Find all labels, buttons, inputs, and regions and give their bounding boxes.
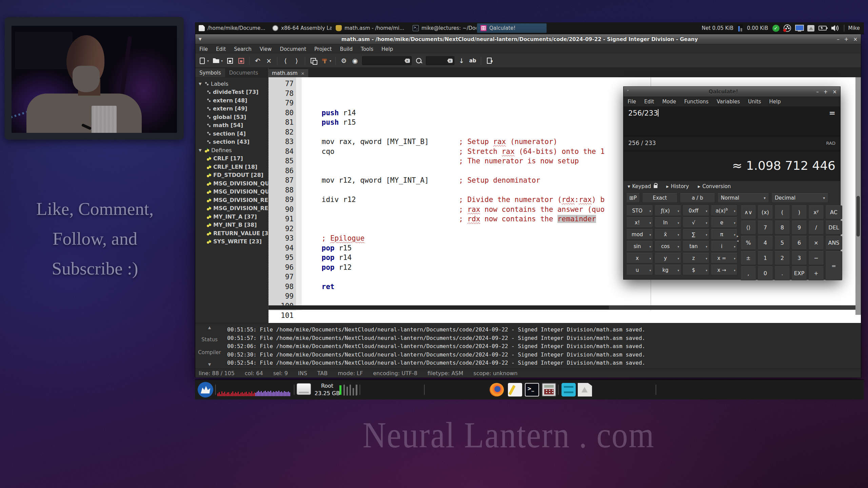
- key-3[interactable]: 3: [791, 251, 807, 265]
- menu-tools[interactable]: Tools: [357, 44, 377, 54]
- dropdown-caret-icon[interactable]: ▾: [207, 59, 209, 63]
- window-menu-icon[interactable]: ˅: [627, 89, 634, 94]
- dropdown-caret-icon[interactable]: ▾: [706, 233, 707, 237]
- key-_[interactable]: ×: [808, 236, 824, 250]
- qalc-menu-edit[interactable]: Edit: [640, 97, 658, 106]
- key-_[interactable]: $▾: [683, 265, 709, 275]
- symbol-item[interactable]: MSG_DIVISION_QUO: [199, 179, 268, 188]
- disk-drive-icon[interactable]: [297, 383, 311, 395]
- symbol-item[interactable]: MSG_DIVISION_QUO: [199, 188, 268, 196]
- lock-icon[interactable]: [654, 185, 657, 188]
- dropdown-caret-icon[interactable]: ▾: [677, 245, 679, 248]
- symbol-item[interactable]: MY_INT_A [37]: [199, 212, 268, 221]
- dropdown-caret-icon[interactable]: ▾: [706, 269, 707, 272]
- key-1[interactable]: 1: [757, 251, 773, 265]
- key-STO[interactable]: STO▾: [626, 205, 653, 216]
- key-_[interactable]: ⟨⟩: [741, 221, 756, 235]
- dropdown-caret-icon[interactable]: ▾: [649, 257, 651, 260]
- menu-help[interactable]: Help: [377, 44, 397, 54]
- key-_[interactable]: /: [808, 221, 824, 235]
- minimize-button[interactable]: –: [837, 36, 840, 42]
- key-u[interactable]: u▾: [626, 265, 653, 275]
- open-file-icon[interactable]: [212, 57, 220, 65]
- task-window-button[interactable]: /home/mike/Docume...: [195, 23, 268, 33]
- dropdown-caret-icon[interactable]: ▾: [649, 269, 651, 272]
- qalc-menu-help[interactable]: Help: [765, 97, 785, 106]
- equals-button[interactable]: =: [829, 108, 835, 117]
- minimize-button[interactable]: –: [816, 89, 819, 95]
- menu-search[interactable]: Search: [230, 44, 256, 54]
- expander-icon[interactable]: ▼: [199, 82, 203, 86]
- update-check-icon[interactable]: ✓: [772, 25, 780, 32]
- display-tray-icon[interactable]: [795, 25, 803, 32]
- key-_x_[interactable]: ƒ(x)▾: [654, 205, 681, 216]
- symbol-item[interactable]: MSG_DIVISION_REM: [199, 196, 268, 204]
- dropdown-caret-icon[interactable]: ▾: [649, 233, 651, 237]
- dropdown-caret-icon[interactable]: ▾: [734, 245, 735, 248]
- editor-vscrollbar[interactable]: [855, 77, 861, 315]
- key-_[interactable]: ∧∨: [741, 205, 756, 219]
- key-x_[interactable]: x̄▾: [654, 229, 681, 240]
- dropdown-caret-icon[interactable]: ▾: [677, 221, 679, 225]
- key-_[interactable]: √▾: [683, 217, 709, 228]
- task-window-button[interactable]: math.asm - /home/mi...: [332, 23, 409, 33]
- user-menu[interactable]: Mike: [848, 25, 860, 31]
- key-x[interactable]: x▾: [626, 253, 653, 263]
- dock-tab-keypad[interactable]: ▾Keypad: [628, 183, 657, 189]
- dropdown-caret-icon[interactable]: ▾: [734, 221, 735, 225]
- key-4[interactable]: 4: [757, 236, 773, 250]
- maximize-button[interactable]: +: [824, 89, 828, 95]
- clear-icon[interactable]: ×: [405, 59, 410, 63]
- close-document-icon[interactable]: ×: [265, 57, 273, 65]
- qalc-menu-file[interactable]: File: [624, 97, 640, 106]
- expander-icon[interactable]: ▼: [199, 148, 203, 152]
- key-0xff[interactable]: 0xff▾: [683, 205, 709, 216]
- dropdown-caret-icon[interactable]: ▾: [677, 209, 679, 213]
- dropdown-caret-icon[interactable]: ▾: [734, 209, 735, 213]
- key-e[interactable]: e▾: [711, 217, 737, 228]
- qalc-menu-functions[interactable]: Functions: [680, 97, 713, 106]
- calculator-launcher-icon[interactable]: [542, 383, 556, 396]
- goto-line-icon[interactable]: ↓: [457, 57, 466, 65]
- search-icon[interactable]: [415, 57, 423, 65]
- firefox-launcher-icon[interactable]: [490, 383, 504, 396]
- document-launcher-icon[interactable]: [578, 383, 592, 396]
- sidebar-tab-symbols[interactable]: Symbols: [195, 68, 225, 77]
- key-7[interactable]: 7: [757, 221, 773, 235]
- applications-menu-icon[interactable]: [198, 382, 213, 398]
- expression-input[interactable]: 256/233 =: [624, 106, 840, 136]
- key-_[interactable]: ±: [741, 251, 756, 265]
- mode-ab-button[interactable]: a / b: [680, 193, 715, 203]
- tree-header-labels[interactable]: ▼Labels: [199, 80, 268, 88]
- key-_[interactable]: +: [808, 266, 824, 280]
- tab-math-asm[interactable]: math.asm ×: [269, 69, 308, 77]
- tree-header-defines[interactable]: ▼Defines: [199, 146, 268, 155]
- symbol-item[interactable]: extern [48]: [199, 96, 268, 105]
- symbol-item[interactable]: RETURN_VALUE [33]: [199, 229, 268, 238]
- symbol-item[interactable]: MY_INT_B [38]: [199, 221, 268, 229]
- key-6[interactable]: 6: [791, 236, 807, 250]
- key-ANS[interactable]: ANS: [825, 236, 842, 250]
- key-x_[interactable]: x →▾: [711, 265, 737, 275]
- sidebar-tab-documents[interactable]: Documents: [225, 68, 262, 77]
- navigate-forward-icon[interactable]: ⟩: [293, 57, 301, 65]
- menu-edit[interactable]: Edit: [212, 44, 230, 54]
- key-cos[interactable]: cos▾: [654, 241, 681, 251]
- symbol-item[interactable]: CRLF [17]: [199, 155, 268, 163]
- quit-icon[interactable]: [485, 57, 493, 65]
- notification-tray-icon[interactable]: [807, 25, 814, 32]
- save-all-icon[interactable]: [237, 57, 245, 65]
- key-i[interactable]: i▾: [711, 241, 737, 251]
- dropdown-caret-icon[interactable]: ▾: [221, 59, 223, 63]
- key-_[interactable]: (: [774, 205, 790, 219]
- dropdown-caret-icon[interactable]: ▾: [734, 233, 735, 237]
- qalc-menu-mode[interactable]: Mode: [658, 97, 680, 106]
- scroll-up-icon[interactable]: ▲: [208, 325, 211, 330]
- dropdown-caret-icon[interactable]: ▾: [649, 209, 651, 213]
- mark-word-icon[interactable]: ab: [469, 57, 477, 65]
- symbol-item[interactable]: extern [49]: [199, 105, 268, 113]
- dropdown-caret-icon[interactable]: ▾: [706, 245, 707, 248]
- key-_x_[interactable]: (x): [757, 205, 773, 219]
- obs-tray-icon[interactable]: [784, 24, 791, 32]
- menu-view[interactable]: View: [256, 44, 276, 54]
